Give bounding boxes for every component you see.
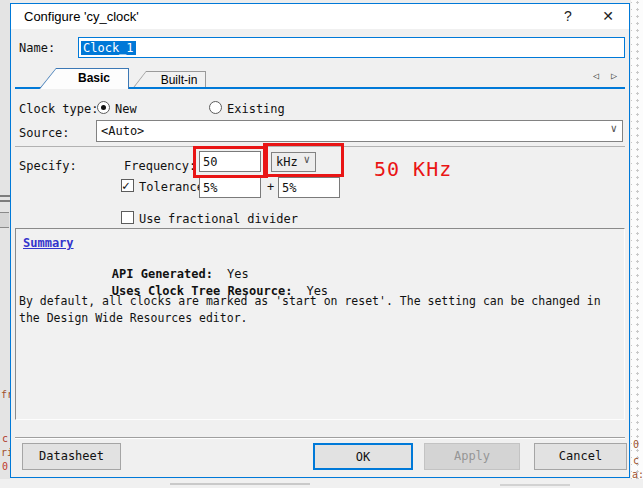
specify-label: Specify: bbox=[19, 159, 77, 173]
tolerance-checkbox[interactable]: ✓ bbox=[121, 179, 134, 192]
apply-button[interactable]: Apply bbox=[424, 443, 520, 470]
background-mark bbox=[170, 483, 310, 485]
tab-scroll-left-icon[interactable]: ◁ bbox=[593, 70, 599, 81]
source-label: Source: bbox=[19, 126, 70, 140]
tab-scroll-arrows: ◁ ▷ bbox=[587, 70, 617, 81]
checkmark-icon: ✓ bbox=[122, 178, 130, 193]
frequency-input[interactable] bbox=[199, 151, 261, 172]
radio-new[interactable] bbox=[97, 101, 110, 114]
background-left-panel: fr c ri 0 bbox=[0, 0, 10, 488]
screen: 0 c a: fr c ri 0 Configure 'cy_clock' ? … bbox=[0, 0, 643, 488]
name-input[interactable]: Clock_1 bbox=[78, 37, 625, 58]
fractional-divider-checkbox[interactable] bbox=[121, 211, 134, 224]
footer-divider bbox=[15, 437, 625, 439]
background-text-fragment: c bbox=[2, 434, 8, 444]
annotation-text: 50 KHz bbox=[374, 157, 452, 181]
frequency-label: Frequency: bbox=[124, 159, 196, 173]
fractional-divider-label[interactable]: Use fractional divider bbox=[139, 212, 298, 226]
background-mark bbox=[0, 212, 9, 228]
background-mark bbox=[0, 200, 10, 202]
frequency-unit-select[interactable]: kHz ∨ bbox=[271, 152, 316, 172]
background-schematic-canvas: 0 c a: bbox=[631, 0, 643, 488]
close-icon[interactable]: ✕ bbox=[597, 7, 619, 26]
plus-sign: + bbox=[267, 180, 274, 194]
summary-heading: Summary bbox=[23, 236, 74, 250]
cancel-button[interactable]: Cancel bbox=[534, 443, 627, 470]
name-input-selected-text: Clock_1 bbox=[81, 41, 136, 55]
background-mark bbox=[0, 195, 10, 197]
chevron-down-icon: ∨ bbox=[303, 153, 310, 166]
background-text-fragment: c bbox=[633, 456, 639, 466]
chevron-down-icon: ∨ bbox=[610, 122, 617, 135]
background-mark bbox=[500, 484, 570, 486]
tolerance-plus-input[interactable] bbox=[278, 177, 340, 198]
section-divider bbox=[15, 146, 625, 147]
title-bar: Configure 'cy_clock' ? ✕ bbox=[11, 4, 629, 29]
help-icon[interactable]: ? bbox=[557, 7, 579, 26]
background-text-fragment: 0 bbox=[633, 440, 639, 450]
tab-basic-label: Basic bbox=[59, 68, 129, 89]
summary-panel: Summary API Generated:Yes Uses Clock Tre… bbox=[15, 228, 625, 420]
summary-note: By default, all clocks are marked as 'st… bbox=[19, 293, 621, 327]
background-text-fragment: 0 bbox=[2, 462, 8, 472]
radio-new-label[interactable]: New bbox=[115, 102, 137, 116]
ok-button[interactable]: OK bbox=[313, 443, 413, 470]
tab-scroll-right-icon[interactable]: ▷ bbox=[611, 70, 617, 81]
tolerance-minus-input[interactable] bbox=[199, 177, 261, 198]
background-bottom-strip bbox=[0, 479, 643, 488]
clock-type-label: Clock type: bbox=[19, 102, 98, 116]
tab-basic[interactable]: Basic bbox=[39, 68, 129, 89]
source-select[interactable]: <Auto> ∨ bbox=[96, 120, 623, 142]
name-label: Name: bbox=[19, 41, 55, 55]
radio-existing-label[interactable]: Existing bbox=[227, 102, 285, 116]
frequency-unit-value: kHz bbox=[276, 153, 298, 171]
radio-existing[interactable] bbox=[209, 101, 222, 114]
dialog-title: Configure 'cy_clock' bbox=[24, 4, 139, 29]
datasheet-button[interactable]: Datasheet bbox=[22, 443, 121, 470]
source-value: <Auto> bbox=[101, 121, 144, 141]
configure-clock-dialog: Configure 'cy_clock' ? ✕ Name: Clock_1 B… bbox=[10, 3, 630, 478]
